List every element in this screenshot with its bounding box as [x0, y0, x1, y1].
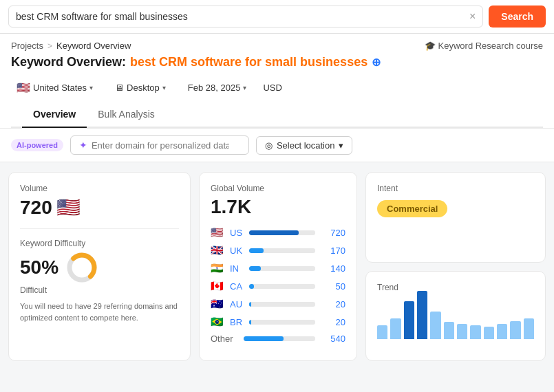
add-keyword-icon[interactable]: ⊕	[372, 56, 381, 69]
difficulty-note: You will need to have 29 referring domai…	[20, 301, 179, 323]
country-bar-bg	[249, 230, 315, 235]
intent-badge: Commercial	[377, 200, 447, 217]
other-bar-fill	[244, 336, 284, 341]
us-flag-icon: 🇺🇸	[17, 81, 30, 94]
right-cards: Intent Commercial Trend	[365, 172, 546, 361]
tab-overview[interactable]: Overview	[22, 102, 87, 128]
clear-icon[interactable]: ×	[469, 10, 476, 23]
sparkle-icon: ✦	[79, 140, 87, 151]
other-count: 540	[321, 334, 345, 344]
global-volume-card: Global Volume 1.7K 🇺🇸 US 720 🇬🇧 UK 170 🇮…	[199, 172, 357, 361]
breadcrumb-projects[interactable]: Projects	[11, 41, 43, 51]
country-count: 720	[321, 228, 345, 238]
country-bar-bg	[249, 302, 315, 307]
trend-bar	[404, 301, 414, 339]
header-area: Projects > Keyword Overview 🎓 Keyword Re…	[0, 34, 554, 129]
country-count: 20	[321, 317, 345, 327]
search-input[interactable]	[16, 11, 469, 22]
device-label: Desktop	[127, 83, 160, 93]
country-row: 🇬🇧 UK 170	[211, 244, 345, 257]
country-code: UK	[230, 246, 244, 256]
country-bar-fill	[249, 320, 251, 325]
trend-bar	[430, 312, 440, 339]
date-filter[interactable]: Feb 28, 2025 ▾	[182, 80, 253, 95]
country-bar-fill	[249, 230, 299, 235]
country-bar-fill	[249, 302, 251, 307]
global-volume-value: 1.7K	[211, 196, 345, 218]
device-filter[interactable]: 🖥 Desktop ▾	[109, 80, 171, 95]
location-select-chevron-icon: ▾	[339, 140, 343, 151]
country-bar-bg	[249, 248, 315, 253]
ai-row: AI-powered ✦ ◎ Select location ▾	[0, 129, 554, 162]
country-bar-bg	[249, 284, 315, 289]
country-count: 170	[321, 246, 345, 256]
location-label: United States	[33, 83, 87, 93]
global-volume-label: Global Volume	[211, 184, 345, 193]
country-bar-bg	[249, 266, 315, 271]
ai-powered-badge: AI-powered	[11, 139, 63, 151]
intent-label: Intent	[377, 184, 534, 193]
trend-card: Trend	[365, 271, 546, 362]
intent-card: Intent Commercial	[365, 172, 546, 263]
country-bar-fill	[249, 284, 254, 289]
country-code: US	[230, 228, 244, 238]
currency-label: USD	[263, 83, 281, 93]
trend-bar	[497, 324, 507, 339]
page-title-prefix: Keyword Overview:	[11, 55, 126, 69]
volume-value: 720 🇺🇸	[20, 196, 179, 219]
country-count: 140	[321, 263, 345, 274]
country-row: 🇨🇦 CA 50	[211, 280, 345, 292]
date-chevron-icon: ▾	[243, 84, 246, 91]
country-flag-icon: 🇨🇦	[211, 280, 224, 292]
keyword-research-course-link[interactable]: 🎓 Keyword Research course	[425, 41, 543, 51]
trend-bar	[484, 327, 494, 339]
trend-bar	[444, 322, 454, 339]
search-button[interactable]: Search	[489, 6, 546, 28]
pin-icon: ◎	[265, 140, 273, 151]
domain-input[interactable]	[92, 140, 229, 151]
select-location-button[interactable]: ◎ Select location ▾	[256, 136, 353, 155]
select-location-label: Select location	[277, 140, 335, 151]
trend-bar	[457, 324, 467, 339]
country-row: 🇦🇺 AU 20	[211, 298, 345, 310]
country-bar-bg	[249, 320, 315, 325]
tab-bulk-analysis[interactable]: Bulk Analysis	[87, 102, 165, 128]
difficulty-value: 50%	[20, 251, 179, 284]
search-input-wrap: ×	[8, 6, 483, 28]
graduation-icon: 🎓	[425, 41, 436, 51]
trend-bar	[377, 325, 387, 339]
volume-us-flag: 🇺🇸	[56, 196, 81, 219]
country-flag-icon: 🇧🇷	[211, 316, 224, 328]
breadcrumb-current: Keyword Overview	[56, 41, 131, 51]
page-title: Keyword Overview: best CRM software for …	[11, 55, 543, 69]
breadcrumb: Projects > Keyword Overview 🎓 Keyword Re…	[11, 41, 543, 51]
location-filter[interactable]: 🇺🇸 United States ▾	[11, 79, 98, 96]
difficulty-tag: Difficult	[20, 285, 179, 295]
country-count: 50	[321, 281, 345, 292]
page-title-keyword: best CRM software for small businesses	[130, 55, 367, 69]
trend-label: Trend	[377, 283, 534, 292]
trend-bar	[417, 291, 427, 339]
desktop-icon: 🖥	[115, 83, 124, 93]
search-bar: × Search	[0, 0, 554, 34]
country-row: 🇮🇳 IN 140	[211, 262, 345, 274]
trend-bar	[470, 325, 480, 339]
country-row: 🇧🇷 BR 20	[211, 316, 345, 328]
country-flag-icon: 🇺🇸	[211, 226, 224, 239]
country-bar-fill	[249, 248, 264, 253]
country-flag-icon: 🇮🇳	[211, 262, 224, 274]
filters-row: 🇺🇸 United States ▾ 🖥 Desktop ▾ Feb 28, 2…	[11, 75, 543, 102]
trend-bar	[524, 318, 534, 339]
difficulty-donut	[65, 251, 98, 284]
other-country-row: Other 540	[211, 334, 345, 344]
country-code: IN	[230, 263, 244, 274]
country-bar-fill	[249, 266, 261, 271]
volume-card: Volume 720 🇺🇸 Keyword Difficulty 50% Dif…	[8, 172, 191, 361]
country-code: AU	[230, 299, 244, 309]
other-label: Other	[211, 334, 238, 344]
trend-bar	[510, 321, 520, 339]
other-bar-bg	[244, 336, 315, 341]
country-code: CA	[230, 281, 244, 292]
country-flag-icon: 🇬🇧	[211, 244, 224, 257]
volume-label: Volume	[20, 184, 179, 193]
